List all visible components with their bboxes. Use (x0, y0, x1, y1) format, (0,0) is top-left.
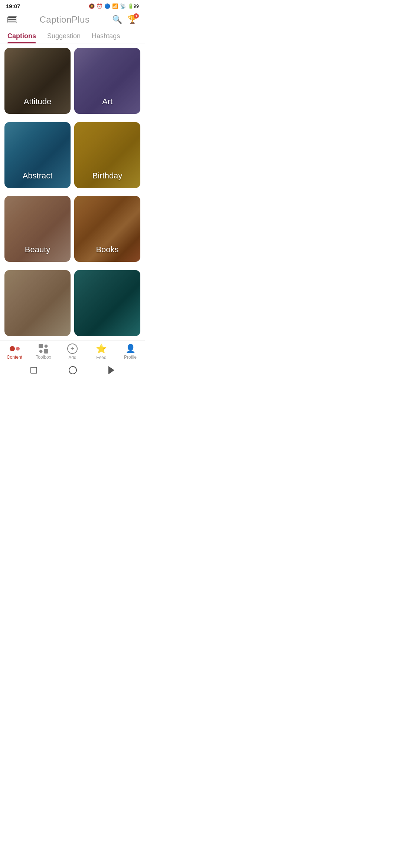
trophy-button[interactable]: 🏆 1 (127, 15, 137, 24)
category-boy[interactable] (4, 270, 71, 336)
nav-add-label: Add (68, 355, 76, 360)
books-label: Books (74, 245, 140, 254)
menu-button[interactable] (7, 16, 17, 23)
profile-icon: 👤 (125, 344, 136, 354)
category-birthday[interactable]: Birthday (74, 122, 140, 188)
category-books[interactable]: Books (74, 196, 140, 262)
app-title: CaptionPlus (40, 14, 90, 25)
status-icons: 🔕 ⏰ 🔵 📶 📡 🔋99 (89, 3, 139, 9)
bottom-nav: Content Toolbox + Add ⭐ Feed 👤 Profile (0, 340, 145, 362)
category-art[interactable]: Art (74, 48, 140, 114)
search-button[interactable]: 🔍 (112, 15, 122, 24)
android-back-icon[interactable] (108, 366, 114, 374)
add-icon: + (67, 343, 78, 354)
android-square-icon[interactable] (30, 367, 37, 374)
trophy-badge: 1 (134, 13, 139, 19)
tab-suggestion[interactable]: Suggestion (47, 29, 81, 43)
signal-icon: 📶 (112, 3, 118, 9)
android-nav-bar (0, 362, 145, 378)
birthday-label: Birthday (74, 171, 140, 181)
status-bar: 19:07 🔕 ⏰ 🔵 📶 📡 🔋99 (0, 0, 145, 11)
battery-icon: 🔋99 (128, 3, 139, 9)
mute-icon: 🔕 (89, 3, 95, 9)
nav-toolbox[interactable]: Toolbox (32, 344, 55, 360)
nav-feed[interactable]: ⭐ Feed (90, 343, 113, 360)
boy-overlay (4, 270, 71, 336)
feed-icon: ⭐ (96, 343, 107, 354)
beauty-label: Beauty (4, 245, 71, 254)
bluetooth-icon: 🔵 (104, 3, 110, 9)
nav-profile-label: Profile (124, 355, 137, 360)
android-home-icon[interactable] (69, 366, 77, 374)
abstract-label: Abstract (4, 171, 71, 181)
attitude-label: Attitude (4, 97, 71, 106)
app-bar: CaptionPlus 🔍 🏆 1 (0, 11, 145, 29)
nav-content[interactable]: Content (3, 344, 26, 360)
nav-toolbox-label: Toolbox (36, 355, 51, 360)
content-icon (10, 344, 20, 354)
wifi-icon: 📡 (120, 3, 126, 9)
category-grid: Attitude Art Abstract Birthday Beauty Bo… (0, 43, 145, 340)
main-content: Attitude Art Abstract Birthday Beauty Bo… (0, 43, 145, 340)
category-abstract[interactable]: Abstract (4, 122, 71, 188)
tab-captions[interactable]: Captions (7, 29, 36, 43)
nav-feed-label: Feed (96, 355, 106, 360)
nature-overlay (74, 270, 140, 336)
tabs-bar: Captions Suggestion Hashtags (0, 29, 145, 43)
app-bar-icons: 🔍 🏆 1 (112, 15, 137, 24)
nav-add[interactable]: + Add (61, 343, 84, 360)
tab-hashtags[interactable]: Hashtags (92, 29, 120, 43)
category-attitude[interactable]: Attitude (4, 48, 71, 114)
category-beauty[interactable]: Beauty (4, 196, 71, 262)
category-nature[interactable] (74, 270, 140, 336)
art-label: Art (74, 97, 140, 106)
nav-profile[interactable]: 👤 Profile (119, 344, 141, 360)
status-time: 19:07 (6, 3, 20, 9)
alarm-icon: ⏰ (97, 3, 102, 9)
toolbox-icon (39, 344, 48, 354)
nav-content-label: Content (7, 355, 22, 360)
